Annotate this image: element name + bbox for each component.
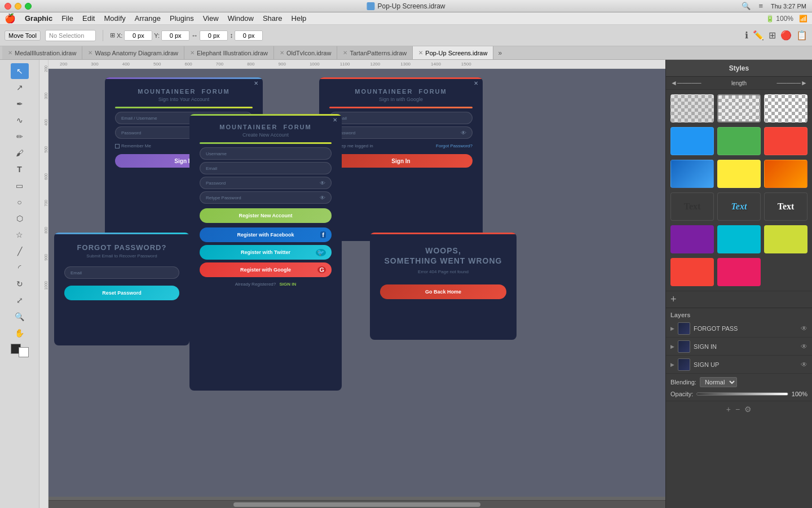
tab-wasp[interactable]: ✕ Wasp Anatomy Diagram.idraw — [82, 46, 184, 59]
create-close[interactable]: ✕ — [333, 117, 337, 123]
bezier-tool[interactable]: ∿ — [11, 112, 29, 128]
control-center-icon[interactable]: ≡ — [758, 2, 763, 10]
blending-select[interactable]: Normal — [700, 377, 737, 387]
direct-select-tool[interactable]: ↗ — [11, 80, 29, 95]
tab-oldtv[interactable]: ✕ OldTvIcon.idraw — [274, 46, 337, 59]
y-input[interactable] — [161, 30, 189, 41]
signin-close[interactable]: ✕ — [254, 80, 258, 86]
google-password-eye[interactable]: 👁 — [461, 130, 466, 136]
swatch-yellow[interactable] — [717, 160, 761, 188]
create-password-input[interactable]: Password 👁 — [200, 177, 332, 189]
swatch-checker-3[interactable] — [764, 94, 807, 122]
swatch-blue-grad[interactable] — [670, 160, 714, 188]
swatch-text-plain[interactable]: Text — [670, 192, 714, 221]
swatch-checker-1[interactable] — [670, 94, 714, 122]
layers-icon[interactable]: 📋 — [796, 30, 807, 41]
tab-elephant[interactable]: ✕ Elephant Illustration.idraw — [184, 46, 274, 59]
x-input[interactable] — [124, 30, 152, 41]
create-eye2[interactable]: 👁 — [320, 195, 325, 201]
length-right-arrow[interactable]: ─────► — [777, 79, 807, 87]
tab-close-oldtv[interactable]: ✕ — [280, 50, 284, 56]
create-retype-input[interactable]: Retype Password 👁 — [200, 191, 332, 204]
tab-close-tartan[interactable]: ✕ — [343, 50, 347, 56]
layer-visibility-1[interactable]: 👁 — [801, 325, 807, 332]
zoom-tool[interactable]: 🔍 — [11, 309, 29, 325]
tab-medal[interactable]: ✕ MedalIllustration.idraw — [2, 46, 82, 59]
grid-layout-icon[interactable]: ⊞ — [769, 30, 776, 41]
layer-sign-in[interactable]: ▶ SIGN IN 👁 — [666, 338, 812, 356]
opacity-slider[interactable] — [696, 392, 788, 396]
add-layer-button[interactable]: + — [726, 405, 731, 414]
swatch-blue[interactable] — [670, 127, 714, 155]
scrollbar-thumb-h[interactable] — [233, 502, 480, 507]
create-email-input[interactable]: Email — [200, 162, 332, 174]
h-input[interactable] — [235, 30, 263, 41]
menu-arrange[interactable]: Arrange — [135, 14, 161, 23]
remember-me-checkbox[interactable]: Remember Me — [115, 143, 151, 148]
menu-view[interactable]: View — [203, 14, 219, 23]
sign-in-link[interactable]: SIGN IN — [279, 282, 296, 287]
google-signin-close[interactable]: ✕ — [474, 80, 478, 86]
menu-modify[interactable]: Modify — [104, 14, 125, 23]
ellipse-tool[interactable]: ○ — [11, 194, 29, 210]
swatch-orange-grad[interactable] — [764, 160, 807, 188]
layer-forgot-pass[interactable]: ▶ FORGOT PASS 👁 — [666, 319, 812, 338]
register-facebook-button[interactable]: Register with Facebook f — [200, 227, 332, 242]
tab-overflow[interactable]: » — [493, 46, 506, 59]
reset-password-button[interactable]: Reset Password — [64, 286, 179, 300]
rect-tool[interactable]: ▭ — [11, 178, 29, 194]
apple-menu[interactable]: 🍎 — [5, 13, 16, 24]
spotlight-icon[interactable]: 🔍 — [742, 2, 751, 10]
swatch-text-blue[interactable]: Text — [717, 192, 761, 221]
tab-close-medal[interactable]: ✕ — [8, 50, 12, 56]
go-back-home-button[interactable]: Go Back Home — [380, 284, 506, 299]
swatch-text-white[interactable]: Text — [764, 192, 807, 221]
horizontal-scrollbar[interactable] — [48, 500, 665, 508]
line-tool[interactable]: ╱ — [11, 243, 29, 259]
pen-icon[interactable]: ✏️ — [753, 30, 764, 41]
polygon-tool[interactable]: ⬡ — [11, 211, 29, 226]
swatch-green[interactable] — [717, 127, 761, 155]
menu-graphic[interactable]: Graphic — [25, 14, 52, 23]
swatch-orange-red[interactable] — [764, 127, 807, 155]
brush-tool[interactable]: 🖌 — [11, 145, 29, 161]
scale-tool[interactable]: ⤢ — [11, 292, 29, 308]
register-new-button[interactable]: Register New Account — [200, 208, 332, 223]
tab-close-popup[interactable]: ✕ — [418, 50, 423, 56]
swatch-lime[interactable] — [764, 225, 807, 253]
menu-file[interactable]: File — [61, 14, 73, 23]
hand-tool[interactable]: ✋ — [11, 325, 29, 341]
google-password-input[interactable]: Password 👁 — [329, 126, 473, 139]
create-username-input[interactable]: Username — [200, 147, 332, 160]
google-forgot-link[interactable]: Forgot Password? — [436, 143, 473, 148]
tab-close-wasp[interactable]: ✕ — [88, 50, 92, 56]
menu-plugins[interactable]: Plugins — [170, 14, 194, 23]
add-style-button[interactable]: + — [670, 294, 677, 305]
arc-tool[interactable]: ◜ — [11, 260, 29, 275]
swatch-purple[interactable] — [670, 225, 714, 253]
menu-window[interactable]: Window — [228, 14, 254, 23]
pointer-tool[interactable]: ↖ — [11, 63, 29, 79]
share-icon[interactable]: 🔴 — [780, 30, 792, 41]
layer-expand-arrow-3[interactable]: ▶ — [670, 362, 674, 367]
tab-close-elephant[interactable]: ✕ — [190, 50, 195, 56]
layer-sign-up[interactable]: ▶ SIGN UP 👁 — [666, 356, 812, 374]
register-twitter-button[interactable]: Register with Twitter 🐦 — [200, 245, 332, 260]
swatch-checker-2[interactable] — [717, 94, 761, 122]
move-tool-btn[interactable]: Move Tool — [5, 30, 41, 41]
star-tool[interactable]: ☆ — [11, 227, 29, 243]
menu-help[interactable]: Help — [292, 14, 307, 23]
menu-share[interactable]: Share — [263, 14, 283, 23]
forgot-email-input[interactable]: Email — [64, 266, 179, 279]
layer-expand-arrow-2[interactable]: ▶ — [670, 344, 674, 349]
rotate-tool[interactable]: ↻ — [11, 276, 29, 292]
google-signin-button[interactable]: Sign In — [329, 154, 473, 168]
layer-visibility-3[interactable]: 👁 — [801, 361, 807, 369]
length-left-arrow[interactable]: ◄───── — [670, 79, 701, 87]
google-email-input[interactable]: Email — [329, 112, 473, 124]
pencil-tool[interactable]: ✏ — [11, 129, 29, 144]
create-eye1[interactable]: 👁 — [320, 180, 325, 186]
layer-visibility-2[interactable]: 👁 — [801, 343, 807, 351]
info-icon[interactable]: ℹ — [745, 30, 748, 41]
swatch-cyan[interactable] — [717, 225, 761, 253]
